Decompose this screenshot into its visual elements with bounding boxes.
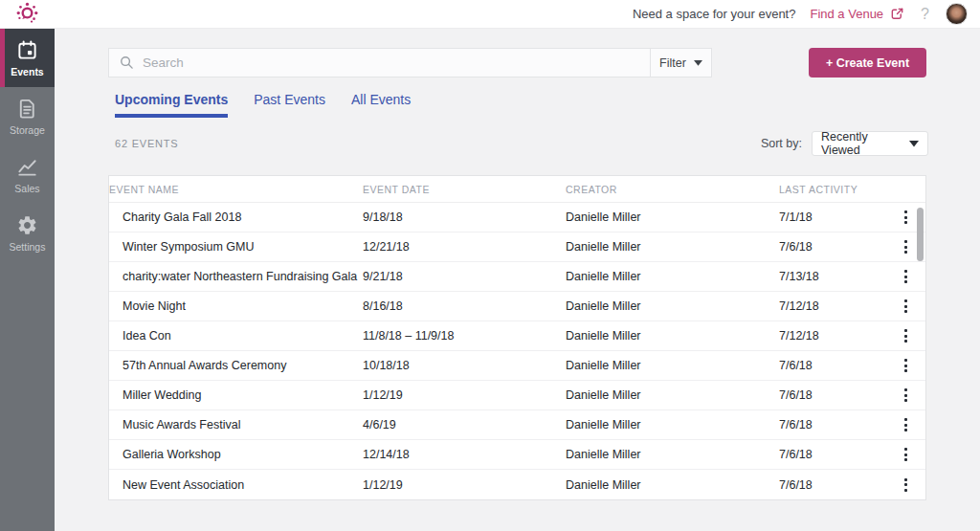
- create-event-button[interactable]: + Create Event: [809, 48, 926, 77]
- event-count: 62 EVENTS: [115, 138, 179, 149]
- table-row[interactable]: New Event Association 1/12/19 Danielle M…: [109, 470, 925, 499]
- sidebar-item-label: Settings: [10, 241, 46, 253]
- chevron-down-icon: [694, 60, 702, 66]
- row-menu-button[interactable]: [898, 355, 914, 376]
- event-date-cell: 9/18/18: [363, 210, 566, 224]
- sort-dropdown-value: Recently Viewed: [821, 130, 902, 157]
- sidebar-item[interactable]: Sales: [0, 145, 55, 204]
- main-content: Filter + Create Event Upcoming Events Pa…: [55, 29, 980, 531]
- filter-button[interactable]: Filter: [651, 48, 712, 77]
- table-row[interactable]: 57th Annual Awards Ceremony 10/18/18 Dan…: [109, 351, 925, 381]
- column-header: CREATOR: [566, 184, 779, 195]
- gear-icon: [16, 214, 38, 236]
- event-name-cell: charity:water Northeastern Fundraising G…: [109, 270, 363, 283]
- creator-cell: Danielle Miller: [566, 329, 779, 343]
- event-name-cell: 57th Annual Awards Ceremony: [109, 359, 363, 372]
- last-activity-cell: 7/6/18: [779, 388, 886, 402]
- events-table: EVENT NAME EVENT DATE CREATOR LAST ACTIV…: [108, 175, 926, 500]
- table-row[interactable]: Miller Wedding 1/12/19 Danielle Miller 7…: [109, 381, 925, 410]
- tab-label: All Events: [351, 92, 411, 107]
- creator-cell: Danielle Miller: [566, 448, 779, 461]
- tabs: Upcoming Events Past Events All Events: [115, 92, 926, 118]
- table-row[interactable]: charity:water Northeastern Fundraising G…: [109, 262, 925, 292]
- avatar[interactable]: [946, 3, 968, 25]
- row-menu-button[interactable]: [898, 296, 914, 317]
- toolbar: Filter + Create Event: [108, 48, 926, 77]
- row-menu-button[interactable]: [898, 385, 914, 406]
- creator-cell: Danielle Miller: [566, 270, 779, 283]
- search-icon: [120, 55, 134, 70]
- filter-label: Filter: [659, 56, 686, 70]
- row-menu-button[interactable]: [898, 475, 914, 496]
- sidebar: Events Storage Sales Settings: [0, 29, 55, 531]
- last-activity-cell: 7/1/18: [779, 210, 886, 224]
- event-date-cell: 1/12/19: [363, 388, 566, 402]
- table-row[interactable]: Idea Con 11/8/18 – 11/9/18 Danielle Mill…: [109, 321, 925, 351]
- tab-label: Past Events: [254, 92, 325, 107]
- table-row[interactable]: Galleria Workshop 12/14/18 Danielle Mill…: [109, 440, 925, 470]
- table-row[interactable]: Music Awards Festival 4/6/19 Danielle Mi…: [109, 410, 925, 440]
- chevron-down-icon: [909, 141, 919, 147]
- creator-cell: Danielle Miller: [566, 478, 779, 492]
- venue-prompt-text: Need a space for your event?: [633, 7, 796, 21]
- table-header: EVENT NAME EVENT DATE CREATOR LAST ACTIV…: [109, 176, 925, 203]
- event-date-cell: 10/18/18: [363, 359, 566, 372]
- tab[interactable]: Past Events: [254, 92, 325, 118]
- row-menu-button[interactable]: [898, 444, 914, 465]
- list-meta-row: 62 EVENTS Sort by: Recently Viewed: [115, 131, 928, 156]
- sidebar-item-label: Events: [11, 66, 43, 77]
- search-input[interactable]: [143, 55, 639, 70]
- row-menu-button[interactable]: [898, 266, 914, 287]
- external-link-icon: [890, 7, 904, 21]
- row-menu-button[interactable]: [898, 236, 914, 257]
- sidebar-item-label: Storage: [10, 124, 45, 136]
- last-activity-cell: 7/6/18: [779, 478, 886, 492]
- event-date-cell: 4/6/19: [363, 418, 566, 431]
- help-button[interactable]: ?: [919, 6, 931, 23]
- event-name-cell: Miller Wedding: [109, 388, 363, 402]
- event-name-cell: Idea Con: [109, 329, 363, 343]
- column-header: EVENT DATE: [363, 184, 566, 195]
- event-name-cell: Movie Night: [109, 299, 363, 313]
- creator-cell: Danielle Miller: [566, 210, 779, 224]
- event-name-cell: Galleria Workshop: [109, 448, 363, 461]
- brand-logo[interactable]: [14, 1, 40, 27]
- creator-cell: Danielle Miller: [566, 418, 779, 431]
- last-activity-cell: 7/6/18: [779, 418, 886, 431]
- document-icon: [16, 98, 38, 120]
- event-name-cell: Winter Symposium GMU: [109, 240, 363, 254]
- event-date-cell: 12/21/18: [363, 240, 566, 254]
- find-a-venue-link[interactable]: Find a Venue: [810, 7, 904, 21]
- event-name-cell: Music Awards Festival: [109, 418, 363, 431]
- table-body: Charity Gala Fall 2018 9/18/18 Danielle …: [109, 203, 925, 499]
- last-activity-cell: 7/6/18: [779, 359, 886, 372]
- row-menu-button[interactable]: [898, 414, 914, 435]
- table-row[interactable]: Winter Symposium GMU 12/21/18 Danielle M…: [109, 232, 925, 262]
- sort-by-label: Sort by:: [761, 137, 802, 150]
- event-date-cell: 8/16/18: [363, 299, 566, 313]
- sidebar-item[interactable]: Settings: [0, 204, 55, 262]
- search-box[interactable]: [108, 48, 651, 77]
- sort-control: Sort by: Recently Viewed: [761, 131, 928, 156]
- sidebar-item[interactable]: Storage: [0, 87, 55, 145]
- topbar: Need a space for your event? Find a Venu…: [0, 0, 980, 29]
- row-menu-button[interactable]: [898, 325, 914, 346]
- last-activity-cell: 7/13/18: [779, 270, 886, 283]
- last-activity-cell: 7/6/18: [779, 240, 886, 254]
- table-scrollbar[interactable]: [917, 208, 924, 261]
- event-date-cell: 12/14/18: [363, 448, 566, 461]
- row-menu-button[interactable]: [898, 207, 914, 228]
- tab[interactable]: All Events: [351, 92, 411, 118]
- table-row[interactable]: Movie Night 8/16/18 Danielle Miller 7/12…: [109, 292, 925, 321]
- tab[interactable]: Upcoming Events: [115, 92, 228, 118]
- creator-cell: Danielle Miller: [566, 388, 779, 402]
- event-date-cell: 11/8/18 – 11/9/18: [363, 329, 566, 343]
- tab-label: Upcoming Events: [115, 92, 228, 107]
- creator-cell: Danielle Miller: [566, 299, 779, 313]
- creator-cell: Danielle Miller: [566, 359, 779, 372]
- event-name-cell: New Event Association: [109, 478, 363, 492]
- table-row[interactable]: Charity Gala Fall 2018 9/18/18 Danielle …: [109, 203, 925, 232]
- sort-dropdown[interactable]: Recently Viewed: [812, 131, 928, 156]
- event-name-cell: Charity Gala Fall 2018: [109, 210, 363, 224]
- sidebar-item[interactable]: Events: [0, 29, 55, 87]
